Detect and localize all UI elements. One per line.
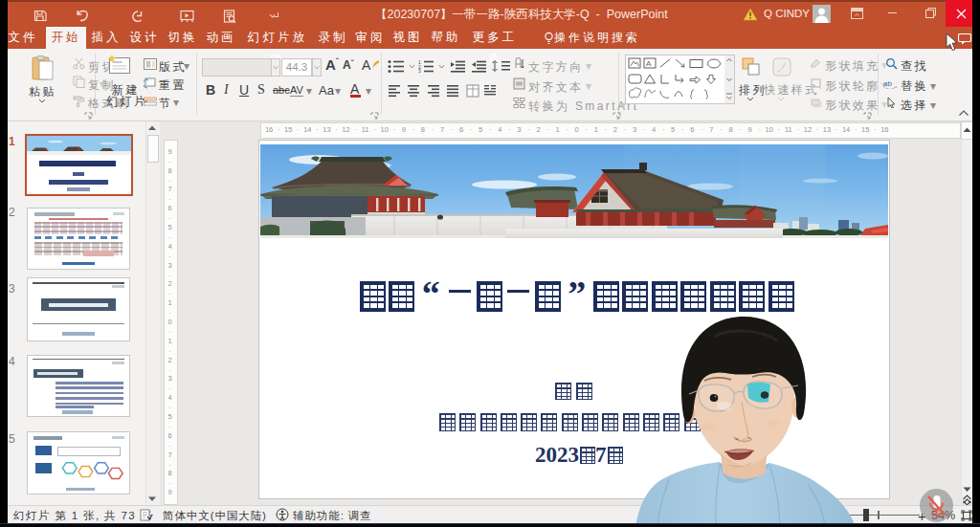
svg-text:3: 3: [418, 68, 421, 73]
svg-text:ab: ab: [883, 79, 892, 88]
svg-text:A: A: [646, 59, 652, 68]
